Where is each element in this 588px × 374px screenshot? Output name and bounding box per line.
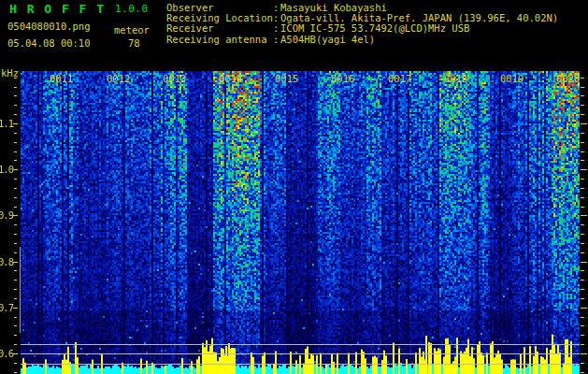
freq-minor-tick-right [581,234,584,235]
freq-minor-tick [14,87,17,88]
station-info: Observer : Masayuki Kobayashi Receiving … [166,3,558,45]
freq-major-tick [13,353,18,354]
freq-minor-tick [14,160,17,161]
freq-tick-label: 0.7 [0,302,12,313]
freq-minor-tick [14,325,17,326]
station-info-row: Receiving antenna : A504HB(yagi 4el) [166,35,558,45]
freq-minor-tick [14,179,17,180]
freq-minor-tick [14,317,17,318]
filename: 0504080010.png [7,21,91,32]
freq-minor-tick-right [581,114,584,115]
freq-minor-tick [14,207,17,208]
freq-major-tick-right [581,308,587,309]
freq-tick-label: 1.0 [0,164,12,175]
info-value: A504HB(yagi 4el) [280,35,375,45]
freq-minor-tick [14,280,17,280]
freq-minor-tick-right [581,151,584,152]
freq-minor-tick [14,188,17,189]
freq-minor-tick-right [581,289,584,290]
freq-minor-tick-right [581,344,584,345]
freq-minor-tick-right [581,298,584,299]
time-label: 0017 [388,73,411,84]
freq-minor-tick [14,78,17,79]
freq-minor-tick-right [581,335,584,336]
info-label: Receiver [166,23,273,34]
time-label: 0015 [275,73,298,84]
freq-minor-tick-right [581,197,584,198]
freq-minor-tick [14,372,17,373]
freq-minor-tick [14,234,17,235]
info-value: ICOM IC-575 53.7492(@LCD)MHz USB [280,23,469,34]
datetime: 05.04.08 00:10 [7,37,91,49]
freq-major-tick-right [581,353,587,354]
freq-major-tick [13,308,18,309]
freq-minor-tick-right [581,188,584,189]
info-separator: : [273,23,280,34]
freq-minor-tick-right [581,372,584,373]
app-version: 1.0.0 [115,3,149,15]
freq-minor-tick-right [581,160,584,161]
freq-minor-tick [14,252,17,253]
time-label: 0020 [556,73,580,84]
freq-minor-tick [14,114,17,115]
freq-minor-tick-right [581,280,584,280]
freq-minor-tick [14,270,17,271]
freq-minor-tick-right [581,95,584,96]
reference-line [21,364,580,365]
freq-minor-tick-right [581,179,584,180]
freq-minor-tick-right [581,252,584,253]
freq-minor-tick [14,142,17,143]
freq-minor-tick-right [581,105,584,106]
freq-major-tick-right [581,169,587,170]
freq-minor-tick [14,197,17,198]
time-label: 0014 [219,73,242,84]
freq-minor-tick [14,289,17,290]
freq-minor-tick-right [581,207,584,208]
time-label: 0013 [163,73,186,84]
freq-major-tick-right [581,123,587,124]
app-title: H R O F F T [9,2,106,16]
time-label: 0011 [50,73,73,84]
freq-major-tick [13,123,18,124]
freq-minor-tick [14,243,17,244]
freq-minor-tick [14,95,17,96]
echo-count: 78 [128,37,140,49]
freq-minor-tick [14,133,17,134]
reference-line [21,353,580,354]
freq-tick-label: 1.1 [0,118,12,129]
marker-line [20,247,21,333]
spectrogram-canvas [21,71,580,374]
freq-minor-tick-right [581,224,584,225]
freq-minor-tick-right [581,78,584,79]
freq-minor-tick-right [581,87,584,88]
time-label: 0012 [107,73,130,84]
freq-major-tick-right [581,262,587,263]
freq-minor-tick-right [581,133,584,134]
time-label: 0019 [500,73,523,84]
freq-minor-tick [14,224,17,225]
freq-minor-tick [14,363,17,364]
freq-minor-tick-right [581,270,584,271]
freq-minor-tick-right [581,317,584,318]
freq-tick-label: 0.8 [0,256,12,267]
freq-major-tick [13,262,18,263]
freq-minor-tick-right [581,243,584,244]
freq-minor-tick-right [581,325,584,326]
hrofft-screen: H R O F F T 1.0.0 0504080010.png meteor … [0,0,588,374]
freq-minor-tick [14,335,17,336]
info-separator: : [273,35,280,45]
freq-minor-tick-right [581,142,584,143]
freq-minor-tick-right [581,363,584,364]
time-label: 0018 [444,73,467,84]
station-info-row: Receiver : ICOM IC-575 53.7492(@LCD)MHz … [166,23,558,34]
time-label: 0016 [331,73,354,84]
freq-major-tick [13,215,18,216]
freq-minor-tick [14,151,17,152]
freq-minor-tick [14,344,17,345]
info-label: Receiving antenna [166,35,273,45]
observation-mode: meteor [114,24,150,36]
freq-major-tick [13,169,18,170]
freq-minor-tick [14,105,17,106]
freq-tick-label: 0.9 [0,209,12,221]
freq-minor-tick [14,298,17,299]
